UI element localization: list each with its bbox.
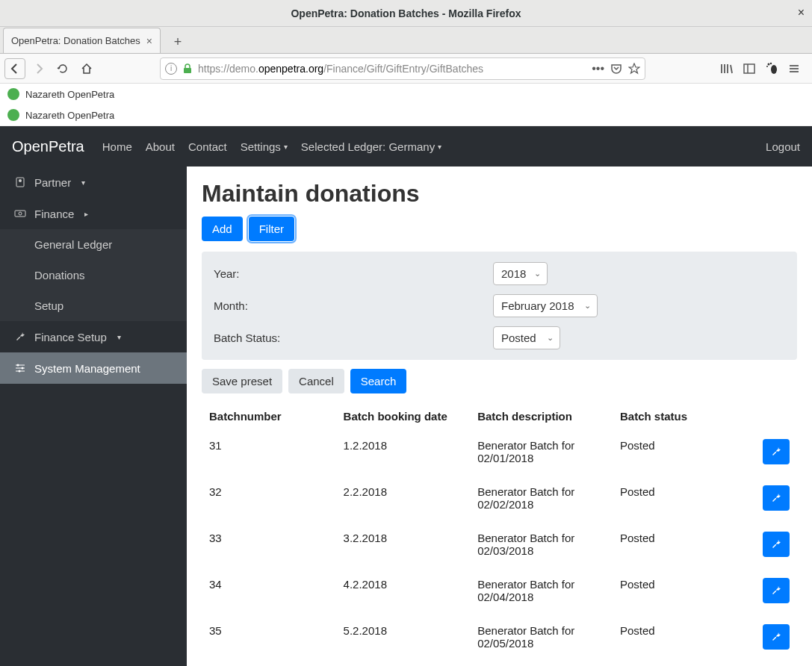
search-button[interactable]: Search [350,369,407,393]
lock-icon [182,63,193,75]
sidebar-item-partner[interactable]: Partner ▾ [0,166,187,198]
save-preset-button[interactable]: Save preset [202,369,282,393]
table-row: 322.2.2018Benerator Batch for 02/02/2018… [202,475,797,521]
sidebar-item-donations[interactable]: Donations [0,260,187,290]
reload-button[interactable] [52,58,73,79]
row-action-button[interactable] [763,578,790,603]
window-title: OpenPetra: Donation Batches - Mozilla Fi… [291,7,521,19]
partner-icon [13,175,27,189]
batches-table: Batchnumber Batch booking date Batch des… [202,404,797,660]
svg-point-13 [19,212,22,215]
forward-button[interactable] [28,58,49,79]
svg-point-6 [766,66,768,67]
svg-point-19 [19,370,21,373]
month-select[interactable]: February 2018 ⌄ [493,294,598,317]
svg-rect-1 [744,64,754,73]
cell-booking-date: 5.2.2018 [336,614,471,660]
filter-button[interactable]: Filter [249,217,294,241]
row-action-button[interactable] [763,532,790,557]
table-row: 333.2.2018Benerator Batch for 02/03/2018… [202,521,797,567]
chevron-down-icon: ⌄ [534,269,541,278]
home-button[interactable] [76,58,97,79]
chevron-down-icon: ⌄ [547,333,554,343]
cell-status: Posted [613,567,747,614]
tab-strip: OpenPetra: Donation Batches × + [0,27,812,54]
sidebar-item-finance-setup[interactable]: Finance Setup ▾ [0,321,187,352]
tab-title: OpenPetra: Donation Batches [11,35,140,46]
nav-contact[interactable]: Contact [188,140,227,153]
nav-toolbar: i https://demo.openpetra.org/Finance/Gif… [0,54,812,84]
add-button[interactable]: Add [202,217,243,241]
url-bar[interactable]: i https://demo.openpetra.org/Finance/Gif… [160,57,645,80]
bookmark-item[interactable]: Nazareth OpenPetra [0,105,812,125]
wrench-icon [13,330,27,343]
table-row: 344.2.2018Benerator Batch for 02/04/2018… [202,567,797,614]
cell-status: Posted [613,429,747,475]
pocket-icon[interactable] [610,63,622,75]
back-button[interactable] [4,58,25,79]
cell-actions [747,567,797,614]
sidebar-item-setup[interactable]: Setup [0,290,187,321]
bookmark-label: Nazareth OpenPetra [25,89,114,100]
nav-selected-ledger[interactable]: Selected Ledger: Germany ▾ [301,140,441,153]
browser-tab[interactable]: OpenPetra: Donation Batches × [3,28,161,53]
bookmark-item[interactable]: Nazareth OpenPetra [0,84,812,105]
bookmark-favicon [7,88,19,100]
sidebar-label: Donations [34,269,85,281]
table-row: 355.2.2018Benerator Batch for 02/05/2018… [202,614,797,660]
sidebar-item-finance[interactable]: Finance ▸ [0,198,187,229]
info-icon[interactable]: i [165,63,177,75]
row-action-button[interactable] [763,439,790,464]
bookmark-label: Nazareth OpenPetra [25,110,114,121]
svg-rect-12 [15,211,25,217]
library-icon[interactable] [719,61,734,76]
cell-actions [747,429,797,475]
cell-actions [747,614,797,660]
cancel-button[interactable]: Cancel [288,369,344,393]
cell-description: Benerator Batch for 02/01/2018 [470,429,613,475]
logout-link[interactable]: Logout [766,140,800,153]
cell-batchnumber: 35 [202,614,336,660]
table-row: 311.2.2018Benerator Batch for 02/01/2018… [202,429,797,475]
nav-about[interactable]: About [146,140,175,153]
year-label: Year: [214,267,493,280]
svg-point-5 [770,62,772,63]
sidebar-item-general-ledger[interactable]: General Ledger [0,229,187,260]
batch-status-select[interactable]: Posted ⌄ [493,326,560,349]
cell-description: Benerator Batch for 02/05/2018 [470,614,613,660]
sidebar-icon[interactable] [742,61,757,76]
bookmarks-bar: Nazareth OpenPetra Nazareth OpenPetra [0,84,812,126]
window-close-icon[interactable]: × [798,6,805,19]
tab-add-button[interactable]: + [167,31,189,53]
tab-close-icon[interactable]: × [146,35,152,47]
bookmark-star-icon[interactable] [628,63,640,75]
cell-actions [747,521,797,567]
main-content: Maintain donations Add Filter Year: 2018… [187,166,812,666]
chevron-down-icon: ▾ [438,143,441,151]
chevron-down-icon: ▾ [117,333,121,341]
filter-panel: Year: 2018 ⌄ Month: February 2018 ⌄ Batc… [202,252,797,360]
sidebar-label: System Management [34,362,140,375]
sidebar-label: Finance [34,208,74,220]
sliders-icon [13,361,27,375]
svg-point-3 [771,65,777,74]
svg-point-15 [17,364,19,367]
svg-point-11 [19,179,22,182]
nav-home[interactable]: Home [102,140,132,153]
sidebar-label: Setup [34,299,63,312]
page-title: Maintain donations [202,180,797,208]
cell-description: Benerator Batch for 02/04/2018 [470,567,613,614]
cell-booking-date: 3.2.2018 [336,521,471,567]
sidebar-item-system-mgmt[interactable]: System Management [0,352,187,384]
month-label: Month: [214,299,493,312]
row-action-button[interactable] [763,485,790,511]
year-select[interactable]: 2018 ⌄ [493,262,548,285]
brand[interactable]: OpenPetra [12,138,84,155]
svg-point-4 [768,63,770,65]
row-action-button[interactable] [763,624,790,650]
gnome-foot-icon[interactable] [764,61,779,76]
menu-icon[interactable] [787,61,802,76]
chevron-right-icon: ▸ [84,210,88,218]
nav-settings[interactable]: Settings▾ [241,140,288,153]
page-actions-icon[interactable]: ••• [592,62,604,75]
